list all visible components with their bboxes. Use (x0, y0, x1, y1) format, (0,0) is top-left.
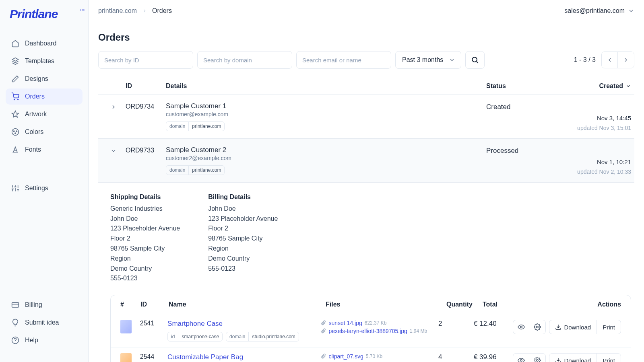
settings-button[interactable] (529, 320, 545, 334)
help-icon (11, 336, 19, 344)
main: printlane.com Orders sales@printlane.com… (89, 0, 644, 362)
home-icon (11, 39, 19, 47)
file-link[interactable]: sunset 14.jpg (328, 320, 362, 326)
chevron-right-icon (623, 57, 629, 63)
svg-point-4 (16, 131, 17, 132)
item-name-link[interactable]: Smartphone Case (167, 320, 320, 328)
col-created-header[interactable]: Created (551, 82, 631, 90)
domain-tag: domain printlane.com (166, 121, 225, 131)
nav-item-artwork[interactable]: Artwork (6, 106, 83, 122)
paperclip-icon (320, 328, 326, 334)
date-range-value: Past 3 months (402, 56, 443, 64)
page-prev-button[interactable] (602, 52, 618, 68)
svg-point-12 (537, 360, 539, 362)
breadcrumb-current: Orders (152, 7, 172, 14)
print-button[interactable]: Print (597, 320, 621, 334)
download-button[interactable]: Download (549, 354, 597, 362)
nav-item-settings[interactable]: Settings (6, 180, 83, 196)
customer-name: Sample Customer 1 (166, 102, 486, 110)
nav-label: Dashboard (25, 40, 56, 47)
search-email-input[interactable] (296, 51, 391, 69)
pagination: 1 - 3 / 3 (574, 51, 634, 68)
nav-item-billing[interactable]: Billing (6, 297, 83, 313)
nav-item-submit-idea[interactable]: Submit idea (6, 315, 83, 331)
item-total: € 12.40 (474, 320, 513, 328)
search-domain-input[interactable] (197, 51, 292, 69)
nav-item-templates[interactable]: Templates (6, 53, 83, 69)
page-title: Orders (98, 32, 634, 43)
shipping-title: Shipping Details (110, 192, 180, 202)
item-name-link[interactable]: Customizable Paper Bag (167, 353, 320, 361)
nav-item-dashboard[interactable]: Dashboard (6, 35, 83, 51)
card-icon (11, 301, 19, 309)
order-id: ORD9734 (126, 102, 166, 131)
col-details-header: Details (166, 82, 486, 90)
nav-label: Templates (25, 58, 54, 65)
customer-email: customer@example.com (166, 111, 486, 117)
download-button[interactable]: Download (549, 320, 597, 334)
line-items: # ID Name Files Quantity Total Actions 2… (110, 295, 631, 362)
order-created: Nov 1, 10:21 updated Nov 2, 10:33 (551, 146, 631, 175)
domain-tag: domain printlane.com (166, 165, 225, 175)
customer-email: customer2@example.com (166, 155, 486, 161)
preview-button[interactable] (513, 354, 529, 362)
svg-point-2 (12, 129, 19, 136)
eye-icon (518, 323, 525, 331)
breadcrumb: printlane.com Orders (98, 7, 172, 14)
nav-item-designs[interactable]: Designs (6, 71, 83, 87)
search-button[interactable] (465, 51, 485, 69)
file-attachment: sunset 14.jpg 622.37 Kb (320, 320, 438, 326)
settings-button[interactable] (529, 354, 545, 362)
preview-button[interactable] (513, 320, 529, 334)
customer-name: Sample Customer 2 (166, 146, 486, 154)
item-qty: 4 (438, 353, 474, 361)
order-id: ORD9733 (126, 146, 166, 175)
download-icon (555, 357, 561, 362)
bulb-icon (11, 319, 19, 327)
svg-point-11 (520, 360, 522, 362)
topbar: printlane.com Orders sales@printlane.com (89, 0, 644, 22)
chevron-down-icon (628, 8, 634, 14)
order-details: Sample Customer 2 customer2@example.com … (166, 146, 486, 175)
file-link[interactable]: clipart_07.svg (328, 353, 363, 360)
svg-point-0 (14, 99, 15, 100)
expand-toggle[interactable] (101, 146, 126, 175)
chevron-down-icon (449, 57, 455, 63)
gear-icon (534, 323, 541, 331)
order-status: Created (486, 102, 551, 131)
nav-footer: Billing Submit idea Help (0, 292, 88, 355)
paperclip-icon (320, 354, 326, 359)
file-link[interactable]: pexels-taryn-elliott-3889705.jpg (328, 328, 407, 334)
table-header: ID Details Status Created (98, 78, 634, 95)
chevron-down-icon (110, 148, 117, 154)
nav-label: Fonts (25, 146, 41, 153)
nav-item-orders[interactable]: Orders (6, 88, 83, 105)
billing-details: Billing Details John Doe 123 Placeholder… (208, 192, 278, 284)
font-icon (11, 146, 19, 154)
palette-icon (11, 128, 19, 136)
star-icon (11, 110, 19, 118)
line-item: 2541 Smartphone Case id smartphone-case (111, 314, 631, 348)
chevron-right-icon (142, 8, 147, 14)
print-button[interactable]: Print (597, 354, 621, 362)
logo: PrintlaneTM (0, 7, 88, 31)
orders-table: ID Details Status Created ORD9734 Sample… (98, 78, 634, 362)
search-id-input[interactable] (98, 51, 193, 69)
item-thumbnail (120, 353, 132, 362)
eye-icon (518, 357, 525, 362)
chevron-right-icon (110, 104, 117, 110)
gear-icon (534, 357, 541, 362)
breadcrumb-root[interactable]: printlane.com (98, 7, 137, 14)
billing-title: Billing Details (208, 192, 278, 202)
nav-item-fonts[interactable]: Fonts (6, 142, 83, 158)
expand-toggle[interactable] (101, 102, 126, 131)
domain-tag: domain studio.printlane.com (226, 332, 299, 341)
nav-item-colors[interactable]: Colors (6, 124, 83, 140)
order-details-panel: Shipping Details Generic Industries John… (98, 183, 634, 362)
page-next-button[interactable] (618, 52, 634, 68)
date-range-select[interactable]: Past 3 months (395, 51, 461, 69)
user-menu[interactable]: sales@printlane.com (556, 7, 634, 14)
nav-item-help[interactable]: Help (6, 332, 83, 348)
logo-tm: TM (80, 8, 84, 12)
nav-label: Settings (25, 185, 48, 192)
